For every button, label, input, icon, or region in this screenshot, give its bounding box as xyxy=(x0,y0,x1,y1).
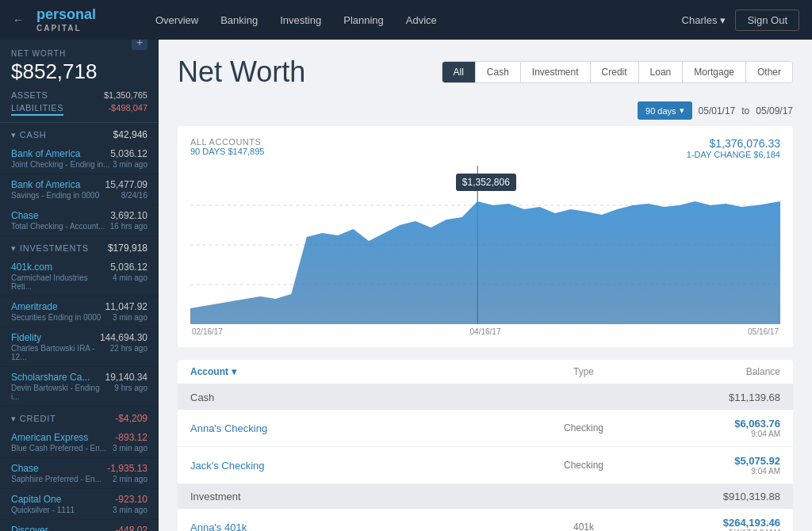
sidebar-liabilities-value: -$498,047 xyxy=(108,103,147,116)
col-account-header[interactable]: Account ▾ xyxy=(190,366,485,377)
logo-bottom: CAPITAL xyxy=(36,24,96,33)
investments-arrow-icon: ▾ xyxy=(11,243,17,254)
nav-advice[interactable]: Advice xyxy=(406,11,437,29)
page-title: Net Worth xyxy=(178,55,305,89)
chart-date-start: 02/16/17 xyxy=(192,327,223,336)
table-section-investment: Investment $910,319.88 xyxy=(178,484,793,509)
chart-date-labels: 02/16/17 04/16/17 05/16/17 xyxy=(190,327,780,336)
filter-tabs: All Cash Investment Credit Loan Mortgage… xyxy=(442,61,794,83)
annas-checking-name: Anna's Checking xyxy=(190,422,485,434)
tab-investment[interactable]: Investment xyxy=(521,62,591,82)
tab-cash[interactable]: Cash xyxy=(476,62,521,82)
logo-top: personal xyxy=(36,6,96,24)
annas-401k-balance: $264,193.46 5/4/17 3:24AM xyxy=(682,517,780,531)
date-end: 05/09/17 xyxy=(756,105,793,117)
sidebar-liabilities-row: LIABILITIES -$498,047 xyxy=(0,101,159,123)
sidebar-item-fidelity[interactable]: FidelityCharles Bartowski IRA - 12... 14… xyxy=(0,327,159,367)
nav-investing[interactable]: Investing xyxy=(280,11,321,29)
main-layout: NET WORTH + $852,718 ASSETS $1,350,765 L… xyxy=(0,40,812,531)
user-menu[interactable]: Charles ▾ xyxy=(682,14,726,26)
sidebar-section-investments-header[interactable]: ▾ INVESTMENTS $179,918 xyxy=(0,236,159,257)
date-from: 05/01/17 xyxy=(699,105,736,117)
content-area: Net Worth All Cash Investment Credit Loa… xyxy=(159,40,812,531)
tab-loan[interactable]: Loan xyxy=(639,62,684,82)
nav-planning[interactable]: Planning xyxy=(343,11,384,29)
sidebar-net-worth-value: $852,718 xyxy=(11,59,147,84)
chart-svg-wrapper: $1,352,806 xyxy=(190,166,780,324)
annas-checking-type: Checking xyxy=(485,422,682,434)
chart-header: ALL ACCOUNTS 90 DAYS $147,895 $1,376,076… xyxy=(190,137,780,159)
tab-other[interactable]: Other xyxy=(746,62,792,82)
chart-all-accounts: ALL ACCOUNTS xyxy=(190,137,264,147)
sidebar-item-amex[interactable]: American ExpressBlue Cash Preferred - En… xyxy=(0,427,159,458)
nav-links: Overview Banking Investing Planning Advi… xyxy=(155,11,682,29)
boa-checking-sub: Joint Checking - Ending in... xyxy=(11,160,110,169)
sidebar: NET WORTH + $852,718 ASSETS $1,350,765 L… xyxy=(0,40,159,531)
table-row-annas-checking[interactable]: Anna's Checking Checking $6,063.76 9:04 … xyxy=(178,410,793,447)
sidebar-add-button[interactable]: + xyxy=(132,40,147,50)
chase-checking-name: Chase xyxy=(11,210,105,221)
chart-change: 1-DAY CHANGE $6,184 xyxy=(687,150,780,159)
table-row-jacks-checking[interactable]: Jack's Checking Checking $5,075.92 9:04 … xyxy=(178,447,793,484)
nav-overview[interactable]: Overview xyxy=(155,11,198,29)
date-range-label: 90 days xyxy=(645,106,676,116)
sidebar-item-discover[interactable]: DiscoverDiscover It - 9876 -448.023 min … xyxy=(0,520,159,531)
sidebar-item-capital-one[interactable]: Capital OneQuicksilver - 1111 -923.103 m… xyxy=(0,489,159,520)
chart-change-value: $6,184 xyxy=(753,150,780,159)
boa-savings-name: Bank of America xyxy=(11,179,99,190)
sidebar-item-boa-savings[interactable]: Bank of AmericaSavings - Ending in 0000 … xyxy=(0,174,159,205)
chart-days-label: 90 DAYS xyxy=(190,147,225,156)
table-section-cash: Cash $11,139.68 xyxy=(178,385,793,410)
sidebar-item-ameritrade[interactable]: AmeritradeSecurities Ending in 0000 11,0… xyxy=(0,296,159,327)
logo: personal CAPITAL xyxy=(36,6,96,33)
tab-credit[interactable]: Credit xyxy=(591,62,639,82)
sign-out-button[interactable]: Sign Out xyxy=(735,10,799,31)
annas-401k-type: 401k xyxy=(485,521,682,531)
account-col-label: Account xyxy=(190,366,228,377)
sidebar-header: NET WORTH + $852,718 xyxy=(0,40,159,89)
back-arrow-icon[interactable]: ← xyxy=(13,13,24,26)
sidebar-section-cash-header[interactable]: ▾ CASH $42,946 xyxy=(0,123,159,143)
accounts-table: Account ▾ Type Balance Cash $11,139.68 A… xyxy=(178,360,793,531)
page-header: Net Worth All Cash Investment Credit Loa… xyxy=(178,55,793,89)
table-header: Account ▾ Type Balance xyxy=(178,360,793,385)
date-range-row: 90 days ▾ 05/01/17 to 05/09/17 xyxy=(178,101,793,120)
chart-date-end: 05/16/17 xyxy=(748,327,779,336)
cash-arrow-icon: ▾ xyxy=(11,130,17,140)
sidebar-assets-label: ASSETS xyxy=(11,90,48,100)
col-balance-header: Balance xyxy=(682,366,780,377)
chart-total-value: $1,376,076.33 xyxy=(687,137,780,150)
jacks-checking-balance: $5,075.92 9:04 AM xyxy=(682,455,780,476)
chart-container: ALL ACCOUNTS 90 DAYS $147,895 $1,376,076… xyxy=(178,126,793,347)
nav-banking[interactable]: Banking xyxy=(220,11,258,29)
sidebar-item-chase-checking[interactable]: ChaseTotal Checking - Account... 3,692.1… xyxy=(0,205,159,236)
date-range-arrow-icon: ▾ xyxy=(680,105,684,116)
annas-checking-balance: $6,063.76 9:04 AM xyxy=(682,418,780,438)
chart-days-change-value: $147,895 xyxy=(228,147,265,156)
chart-date-mid: 04/16/17 xyxy=(470,327,501,336)
sidebar-net-worth-label: NET WORTH xyxy=(11,49,66,58)
account-sort-icon: ▾ xyxy=(232,366,236,377)
sidebar-liabilities-label: LIABILITIES xyxy=(11,103,63,116)
sidebar-cash-title: ▾ CASH xyxy=(11,130,47,140)
sidebar-section-credit-header[interactable]: ▾ CREDIT -$4,209 xyxy=(0,407,159,427)
chart-left-header: ALL ACCOUNTS 90 DAYS $147,895 xyxy=(190,137,264,156)
tab-all[interactable]: All xyxy=(442,62,476,82)
chart-days-change: 90 DAYS $147,895 xyxy=(190,147,264,156)
table-row-annas-401k[interactable]: Anna's 401k 401k $264,193.46 5/4/17 3:24… xyxy=(178,509,793,531)
col-type-header: Type xyxy=(485,366,682,377)
sidebar-item-boa-checking[interactable]: Bank of AmericaJoint Checking - Ending i… xyxy=(0,143,159,174)
username: Charles xyxy=(682,14,718,26)
date-range-button[interactable]: 90 days ▾ xyxy=(638,101,692,120)
boa-checking-name: Bank of America xyxy=(11,148,110,159)
tab-mortgage[interactable]: Mortgage xyxy=(683,62,746,82)
jacks-checking-name: Jack's Checking xyxy=(190,460,485,472)
jacks-checking-type: Checking xyxy=(485,460,682,471)
sidebar-item-401k[interactable]: 401k.comCarmichael Industries Reti... 5,… xyxy=(0,257,159,296)
sidebar-item-scholarshare[interactable]: Scholarshare Ca...Devin Bartowski - Endi… xyxy=(0,367,159,407)
sidebar-item-chase-credit[interactable]: ChaseSaphhire Preferred - En... -1,935.1… xyxy=(0,458,159,489)
annas-401k-name: Anna's 401k xyxy=(190,521,485,532)
top-navigation: ← personal CAPITAL Overview Banking Inve… xyxy=(0,0,812,40)
sidebar-cash-total: $42,946 xyxy=(113,129,147,140)
chart-svg xyxy=(190,166,780,324)
